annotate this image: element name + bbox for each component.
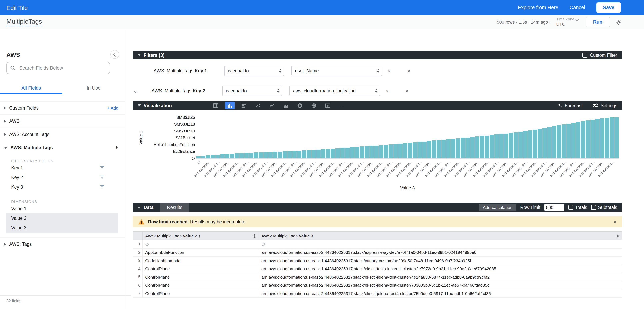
clear-filter-value-icon[interactable]: × bbox=[388, 68, 391, 74]
chart-bar[interactable] bbox=[475, 136, 480, 158]
chart-bar[interactable] bbox=[427, 141, 432, 158]
chart-bar[interactable] bbox=[499, 134, 504, 158]
chart-bar[interactable] bbox=[451, 139, 456, 158]
row-limit-input[interactable] bbox=[544, 204, 564, 210]
chart-bar[interactable] bbox=[403, 143, 407, 158]
column-header-value-2[interactable]: AWS: Multiple Tags Value 2↑ bbox=[142, 232, 258, 240]
chart-bar[interactable] bbox=[340, 148, 345, 158]
chart-bar[interactable] bbox=[562, 124, 566, 158]
chart-bar[interactable] bbox=[586, 120, 590, 158]
field-key-3[interactable]: Key 3 bbox=[0, 182, 125, 192]
chart-bar[interactable] bbox=[442, 140, 446, 158]
column-gear-icon[interactable] bbox=[252, 234, 256, 238]
filter-field-icon[interactable] bbox=[100, 165, 105, 171]
remove-filter-icon[interactable]: × bbox=[407, 68, 410, 74]
chart-bar[interactable] bbox=[384, 145, 388, 158]
chart-bar[interactable] bbox=[576, 122, 580, 158]
chart-bar[interactable] bbox=[307, 150, 311, 158]
cancel-button[interactable]: Cancel bbox=[570, 5, 585, 10]
chart-bar[interactable] bbox=[398, 144, 402, 158]
cell-value-3[interactable]: arn:aws:cloudformation:us-east-2:4486402… bbox=[258, 248, 622, 256]
chart-bar[interactable] bbox=[542, 128, 547, 158]
cell-value-2[interactable]: ControlPlane bbox=[142, 290, 258, 297]
collapse-sidebar-button[interactable] bbox=[110, 50, 119, 59]
viz-type-line-icon[interactable] bbox=[267, 102, 276, 109]
run-button[interactable]: Run bbox=[585, 17, 610, 27]
chart-bar[interactable] bbox=[234, 153, 239, 158]
chart-bar[interactable] bbox=[494, 134, 499, 158]
chart-bar[interactable] bbox=[345, 148, 350, 158]
forecast-button[interactable]: Forecast bbox=[557, 103, 582, 108]
chart-bar[interactable] bbox=[206, 155, 210, 158]
viz-settings-button[interactable]: Settings bbox=[593, 103, 617, 108]
chart-bar[interactable] bbox=[321, 149, 326, 158]
field-search-box[interactable] bbox=[6, 62, 110, 74]
chart-bar[interactable] bbox=[220, 154, 224, 158]
field-key-1[interactable]: Key 1 bbox=[0, 163, 125, 172]
filters-section-header[interactable]: Filters (3) Custom Filter bbox=[133, 51, 622, 59]
chart-bar[interactable] bbox=[297, 151, 302, 158]
chart-bar[interactable] bbox=[336, 148, 340, 158]
filter-value-select[interactable]: user_Name bbox=[292, 66, 382, 76]
chart-bar[interactable] bbox=[331, 149, 335, 158]
clear-filter-value-icon[interactable]: × bbox=[386, 88, 389, 94]
save-button[interactable]: Save bbox=[596, 2, 621, 13]
subtotals-checkbox[interactable] bbox=[591, 205, 596, 210]
chart-bar[interactable] bbox=[258, 152, 263, 158]
chart-bar[interactable] bbox=[292, 151, 297, 158]
cell-value-2[interactable]: AppLambdaFunction bbox=[142, 248, 258, 256]
chart-bar[interactable] bbox=[605, 118, 610, 158]
chart-bar[interactable] bbox=[600, 118, 604, 158]
chart-bar[interactable] bbox=[316, 150, 321, 158]
column-header-value-3[interactable]: AWS: Multiple Tags Value 3 bbox=[258, 232, 622, 240]
chart-bar[interactable] bbox=[355, 147, 359, 158]
chart-bar[interactable] bbox=[196, 156, 200, 158]
chart-bar[interactable] bbox=[557, 125, 561, 158]
column-gear-icon[interactable] bbox=[616, 234, 620, 238]
totals-checkbox[interactable] bbox=[568, 205, 573, 210]
viz-type-more-icon[interactable]: ··· bbox=[337, 102, 346, 109]
filter-field-icon[interactable] bbox=[100, 174, 105, 180]
chart-bar[interactable] bbox=[239, 153, 244, 158]
chart-bar[interactable] bbox=[201, 156, 205, 158]
chart-bar[interactable] bbox=[538, 129, 542, 158]
chart-bar[interactable] bbox=[470, 137, 475, 158]
chart-bar[interactable] bbox=[595, 119, 600, 158]
chart-bar[interactable] bbox=[590, 120, 595, 158]
chart-bar[interactable] bbox=[230, 154, 234, 158]
chart-bar[interactable] bbox=[552, 126, 556, 158]
field-key-2[interactable]: Key 2 bbox=[0, 172, 125, 182]
chart-bar[interactable] bbox=[350, 147, 354, 158]
viz-type-bar-icon[interactable] bbox=[239, 102, 248, 109]
chart-bar[interactable] bbox=[581, 121, 585, 158]
chart-bar[interactable] bbox=[518, 132, 523, 158]
chart-bar[interactable] bbox=[312, 150, 316, 158]
dismiss-banner-icon[interactable]: × bbox=[614, 219, 616, 224]
chart-bar[interactable] bbox=[437, 140, 441, 158]
add-calculation-button[interactable]: Add calculation bbox=[479, 204, 516, 211]
chart-bar[interactable] bbox=[388, 144, 393, 158]
chart-bar[interactable] bbox=[446, 139, 451, 158]
scroll-more-filters-icon[interactable] bbox=[134, 89, 138, 93]
chart-bar[interactable] bbox=[485, 136, 489, 158]
cell-value-3[interactable]: arn:aws:cloudformation:us-east-2:4486402… bbox=[258, 290, 622, 297]
chart-bar[interactable] bbox=[504, 134, 508, 158]
tile-name[interactable]: MultipleTags bbox=[6, 18, 42, 26]
chart-bar[interactable] bbox=[254, 152, 258, 158]
explore-from-here-link[interactable]: Explore from Here bbox=[518, 5, 558, 10]
filter-operator-select[interactable]: is equal to bbox=[222, 86, 282, 96]
field-value-3[interactable]: Value 3 bbox=[6, 223, 118, 232]
chart-bar[interactable] bbox=[263, 152, 268, 158]
field-value-2[interactable]: Value 2 bbox=[6, 213, 118, 223]
sidebar-item-aws-multiple-tags[interactable]: AWS: Multiple Tags 5 bbox=[0, 141, 125, 154]
data-section-header[interactable]: Data Results Add calculation Row Limit T… bbox=[133, 202, 622, 212]
cell-value-3[interactable]: arn:aws:cloudformation:us-east-1:4486402… bbox=[258, 265, 622, 272]
cell-value-3[interactable]: arn:aws:cloudformation:us-east-2:4486402… bbox=[258, 273, 622, 281]
chart-bar[interactable] bbox=[432, 140, 436, 158]
chart-bar[interactable] bbox=[210, 155, 215, 158]
viz-type-table-icon[interactable] bbox=[211, 102, 220, 109]
chart-bar[interactable] bbox=[456, 138, 460, 158]
tab-all-fields[interactable]: All Fields bbox=[0, 82, 62, 94]
chart-bar[interactable] bbox=[514, 132, 518, 158]
cell-value-2[interactable]: ControlPlane bbox=[142, 273, 258, 281]
